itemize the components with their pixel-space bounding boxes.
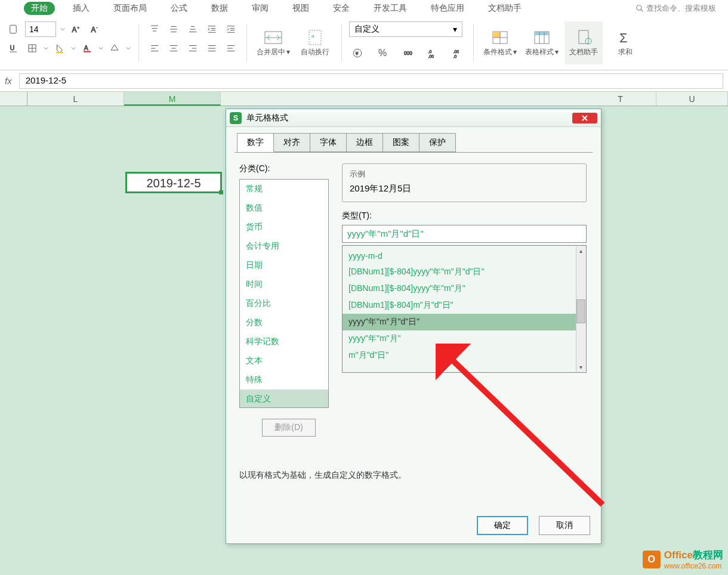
tab-view[interactable]: 视图 bbox=[286, 2, 315, 15]
tab-start[interactable]: 开始 bbox=[24, 2, 55, 15]
dlg-tab-align[interactable]: 对齐 bbox=[273, 133, 310, 152]
fill-dropdown-icon[interactable] bbox=[70, 41, 76, 56]
fx-label[interactable]: fx bbox=[5, 76, 12, 86]
dlg-tab-number[interactable]: 数字 bbox=[237, 133, 274, 152]
type-item[interactable]: yyyy-m-d bbox=[343, 248, 586, 264]
tab-insert[interactable]: 插入 bbox=[67, 2, 95, 15]
type-list[interactable]: yyyy-m-d [DBNum1][$-804]yyyy"年"m"月"d"日" … bbox=[342, 245, 587, 373]
formula-input[interactable]: 2019-12-5 bbox=[19, 73, 723, 89]
align-bottom-icon[interactable] bbox=[184, 21, 201, 37]
indent-right-icon[interactable] bbox=[223, 21, 239, 37]
comma-icon[interactable]: 000 bbox=[399, 45, 416, 61]
orientation-icon[interactable] bbox=[223, 41, 239, 56]
ok-button[interactable]: 确定 bbox=[477, 516, 528, 535]
cancel-button[interactable]: 取消 bbox=[539, 516, 590, 535]
svg-rect-63 bbox=[535, 32, 549, 35]
svg-line-1 bbox=[641, 10, 643, 12]
align-center-icon[interactable] bbox=[165, 41, 182, 56]
cat-percent[interactable]: 百分比 bbox=[240, 294, 328, 313]
tab-formula[interactable]: 公式 bbox=[165, 2, 193, 15]
dlg-tab-border[interactable]: 边框 bbox=[346, 133, 383, 152]
doc-helper-button[interactable]: 文档助手 bbox=[564, 21, 603, 64]
align-left-icon[interactable] bbox=[146, 41, 163, 56]
delete-button[interactable]: 删除(D) bbox=[262, 419, 316, 437]
table-style-button[interactable]: 表格样式 ▾ bbox=[523, 21, 561, 64]
cat-general[interactable]: 常规 bbox=[240, 180, 328, 199]
tab-special[interactable]: 特色应用 bbox=[425, 2, 470, 15]
col-header-T[interactable]: T bbox=[585, 92, 656, 106]
dlg-tab-font[interactable]: 字体 bbox=[310, 133, 347, 152]
cat-time[interactable]: 时间 bbox=[240, 275, 328, 294]
highlight-dropdown-icon[interactable] bbox=[125, 41, 131, 56]
currency-icon[interactable]: ¥ bbox=[349, 45, 366, 61]
decrease-decimal-icon[interactable]: .00.0 bbox=[449, 45, 466, 61]
tab-security[interactable]: 安全 bbox=[327, 2, 356, 15]
cat-currency[interactable]: 货币 bbox=[240, 218, 328, 237]
svg-text:A: A bbox=[72, 26, 77, 34]
tab-dev[interactable]: 开发工具 bbox=[368, 2, 413, 15]
increase-font-icon[interactable]: A+ bbox=[68, 21, 85, 37]
border-icon[interactable] bbox=[24, 41, 41, 56]
cat-fraction[interactable]: 分数 bbox=[240, 313, 328, 332]
type-item[interactable]: yyyy"年"m"月" bbox=[343, 330, 586, 347]
font-color-dropdown-icon[interactable] bbox=[98, 41, 104, 56]
number-format-select[interactable]: 自定义▾ bbox=[349, 21, 462, 37]
align-top-icon[interactable] bbox=[146, 21, 163, 37]
scroll-down-icon[interactable]: ▾ bbox=[576, 362, 586, 372]
type-item-selected[interactable]: yyyy"年"m"月"d"日" bbox=[343, 314, 586, 330]
cat-accounting[interactable]: 会计专用 bbox=[240, 237, 328, 256]
type-input[interactable] bbox=[342, 225, 587, 243]
scroll-up-icon[interactable]: ▴ bbox=[576, 246, 586, 256]
justify-icon[interactable] bbox=[203, 41, 220, 56]
tab-page-layout[interactable]: 页面布局 bbox=[107, 2, 153, 15]
decrease-font-icon[interactable]: A- bbox=[87, 21, 104, 37]
dialog-titlebar[interactable]: S 单元格格式 bbox=[226, 109, 601, 127]
increase-decimal-icon[interactable]: .0.00 bbox=[424, 45, 441, 61]
cat-custom[interactable]: 自定义 bbox=[240, 389, 328, 408]
active-cell[interactable]: 2019-12-5 bbox=[125, 172, 222, 193]
svg-text:+: + bbox=[78, 26, 80, 29]
cat-special[interactable]: 特殊 bbox=[240, 370, 328, 389]
conditional-format-button[interactable]: 条件格式 ▾ bbox=[481, 21, 519, 64]
percent-icon[interactable]: % bbox=[374, 45, 391, 61]
font-size-select[interactable]: 14 bbox=[25, 21, 56, 37]
help-text: 以现有格式为基础，生成自定义的数字格式。 bbox=[239, 470, 588, 481]
type-item[interactable]: m"月"d"日" bbox=[343, 347, 586, 364]
close-button[interactable] bbox=[572, 113, 597, 123]
indent-left-icon[interactable] bbox=[203, 21, 220, 37]
cat-date[interactable]: 日期 bbox=[240, 256, 328, 275]
select-all-corner[interactable] bbox=[0, 92, 27, 106]
cat-text[interactable]: 文本 bbox=[240, 351, 328, 370]
menu-tabs: 开始 插入 页面布局 公式 数据 审阅 视图 安全 开发工具 特色应用 文档助手… bbox=[0, 0, 728, 17]
underline-icon[interactable]: U bbox=[5, 41, 21, 56]
col-header-L[interactable]: L bbox=[27, 92, 124, 106]
tab-doc-helper[interactable]: 文档助手 bbox=[482, 2, 528, 15]
cat-scientific[interactable]: 科学记数 bbox=[240, 332, 328, 351]
dlg-tab-protect[interactable]: 保护 bbox=[419, 133, 456, 152]
wrap-text-button[interactable]: a 自动换行 bbox=[296, 21, 334, 64]
fill-color-icon[interactable] bbox=[51, 41, 68, 56]
scroll-thumb[interactable] bbox=[576, 299, 585, 323]
command-search[interactable]: 查找命令、搜索模板 bbox=[636, 3, 728, 14]
col-header-U[interactable]: U bbox=[656, 92, 728, 106]
sum-button[interactable]: Σ 求和 bbox=[606, 21, 644, 64]
tab-data[interactable]: 数据 bbox=[205, 2, 234, 15]
align-middle-icon[interactable] bbox=[165, 21, 182, 37]
cat-number[interactable]: 数值 bbox=[240, 199, 328, 218]
type-item[interactable]: [DBNum1][$-804]yyyy"年"m"月" bbox=[343, 280, 586, 297]
font-color-icon[interactable]: A bbox=[79, 41, 95, 56]
category-list[interactable]: 常规 数值 货币 会计专用 日期 时间 百分比 分数 科学记数 文本 特殊 自定… bbox=[239, 179, 329, 408]
align-right-icon[interactable] bbox=[184, 41, 201, 56]
type-item[interactable]: [DBNum1][$-804]m"月"d"日" bbox=[343, 297, 586, 314]
border-dropdown-icon[interactable] bbox=[43, 41, 49, 56]
col-header-M[interactable]: M bbox=[124, 92, 221, 106]
paste-dropdown[interactable] bbox=[5, 21, 21, 37]
scrollbar[interactable]: ▴ ▾ bbox=[576, 246, 586, 372]
svg-rect-49 bbox=[309, 30, 321, 45]
merge-center-button[interactable]: 合并居中 ▾ bbox=[254, 21, 292, 64]
dlg-tab-pattern[interactable]: 图案 bbox=[382, 133, 419, 152]
tab-review[interactable]: 审阅 bbox=[246, 2, 274, 15]
font-size-dropdown-icon[interactable] bbox=[60, 21, 66, 37]
type-item[interactable]: [DBNum1][$-804]yyyy"年"m"月"d"日" bbox=[343, 264, 586, 280]
highlight-icon[interactable] bbox=[106, 41, 123, 56]
